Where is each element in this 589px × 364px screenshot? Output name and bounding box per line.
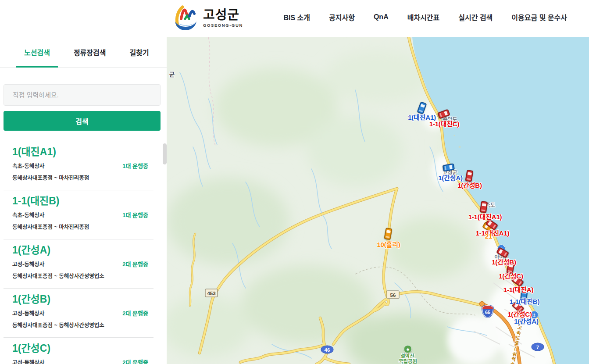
map-place-label: 군 bbox=[169, 70, 175, 78]
bus-route-label: 1-1(대진A1) bbox=[476, 228, 510, 237]
nav-timetable[interactable]: 배차시간표 bbox=[407, 12, 440, 22]
route-name[interactable]: 1(대진A1) bbox=[12, 146, 150, 157]
search-tabs: 노선검색 정류장검색 길찾기 bbox=[0, 37, 167, 68]
route-item-2[interactable]: 1-1(대진B) 1대 운행중 속초-동해상사 동해상사대포종점 ~ 마차진리종… bbox=[4, 190, 153, 239]
route-section: 동해상사대포종점 ~ 마차진리종점 bbox=[12, 222, 150, 231]
route-status-badge: 2대 운행중 bbox=[122, 358, 148, 364]
tab-route-search[interactable]: 노선검색 bbox=[16, 37, 58, 67]
tab-stop-search[interactable]: 정류장검색 bbox=[66, 37, 114, 67]
bus-route-label: 1-1(대진A1) bbox=[468, 212, 502, 221]
map-canvas[interactable]: 군죽암도고성군죽도아야진설악산국립공원동해고속도로(삼척속초♣⚓⚓4535665… bbox=[167, 37, 589, 364]
route-name[interactable]: 1(간성B) bbox=[12, 293, 150, 305]
route-list: 1(대진A1) 1대 운행중 속초-동해상사 동해상사대포종점 ~ 마차진리종점… bbox=[4, 141, 153, 364]
route-item-4[interactable]: 1(간성B) 2대 운행중 고성-동해상사 동해상사대포종점 ~ 동해상사간성영… bbox=[4, 289, 153, 338]
bus-route-label: 21 bbox=[485, 232, 492, 240]
route-status-badge: 1대 운행중 bbox=[122, 161, 148, 170]
logo-text: 고성군 GOSEONG-GUN bbox=[203, 8, 243, 27]
main-nav: BIS 소개 공지사항 QnA 배차시간표 실시간 검색 이용요금 및 운수사 bbox=[283, 0, 567, 34]
park-poi-icon: ♣ bbox=[404, 345, 412, 353]
logo-subtitle: GOSEONG-GUN bbox=[203, 23, 243, 28]
panel-collapse-handle[interactable] bbox=[163, 143, 167, 164]
search-input[interactable] bbox=[4, 84, 161, 106]
road-shield-7: 7 bbox=[532, 343, 544, 351]
nav-bis-intro[interactable]: BIS 소개 bbox=[283, 12, 310, 22]
header: 고성군 GOSEONG-GUN BIS 소개 공지사항 QnA 배차시간표 실시… bbox=[0, 0, 589, 37]
nav-notices[interactable]: 공지사항 bbox=[329, 12, 355, 22]
tab-directions[interactable]: 길찾기 bbox=[122, 37, 157, 67]
nav-realtime-search[interactable]: 실시간 검색 bbox=[458, 12, 493, 22]
search-area: 검색 bbox=[0, 68, 167, 131]
route-name[interactable]: 1(간성C) bbox=[12, 343, 150, 354]
route-item-3[interactable]: 1(간성A) 2대 운행중 고성-동해상사 동해상사대포종점 ~ 동해상사간성영… bbox=[4, 239, 153, 289]
bus-information-system-page: 고성군 GOSEONG-GUN BIS 소개 공지사항 QnA 배차시간표 실시… bbox=[0, 0, 589, 364]
bus-route-label: 1-1(대진B) bbox=[510, 296, 540, 306]
bus-route-label: 1(간성B) bbox=[492, 257, 516, 266]
logo-title: 고성군 bbox=[203, 8, 243, 21]
route-name[interactable]: 1(간성A) bbox=[12, 244, 150, 256]
nav-fares-operators[interactable]: 이용요금 및 운수사 bbox=[511, 12, 567, 22]
bus-route-label: 1-1(대진A) bbox=[503, 285, 534, 294]
goseong-gun-logo[interactable]: 고성군 GOSEONG-GUN bbox=[171, 3, 243, 33]
bus-route-label: 10(흘리) bbox=[377, 239, 400, 249]
nav-qna[interactable]: QnA bbox=[374, 13, 389, 21]
bus-route-label: 1(간성C) bbox=[499, 271, 523, 280]
route-section: 동해상사대포종점 ~ 동해상사간성영업소 bbox=[12, 321, 150, 329]
road-shield-453: 453 bbox=[205, 289, 218, 297]
route-name[interactable]: 1-1(대진B) bbox=[12, 195, 150, 207]
bus-marker-icon[interactable] bbox=[384, 228, 392, 240]
road-shield-65: 65 bbox=[482, 305, 493, 318]
route-status-badge: 2대 운행중 bbox=[122, 309, 148, 317]
map-place-label: 국립공원 bbox=[399, 357, 417, 364]
road-shield-46: 46 bbox=[321, 346, 334, 354]
road-shield-56: 56 bbox=[387, 291, 400, 299]
goseong-gun-logo-icon bbox=[171, 3, 199, 33]
search-button[interactable]: 검색 bbox=[4, 111, 161, 131]
route-status-badge: 1대 운행중 bbox=[122, 211, 148, 219]
route-item-5[interactable]: 1(간성C) 2대 운행중 고성-동해상사 동해상사대포종점 ~ 동해상사간성영… bbox=[4, 338, 153, 364]
marker-layer: 군죽암도고성군죽도아야진설악산국립공원동해고속도로(삼척속초♣⚓⚓4535665… bbox=[167, 37, 589, 364]
sidebar: 노선검색 정류장검색 길찾기 검색 1(대진A1) 1대 운행중 속초-동해상사… bbox=[0, 37, 167, 364]
bus-route-label: 1-1(대진C) bbox=[429, 119, 460, 128]
route-status-badge: 2대 운행중 bbox=[122, 260, 148, 268]
bus-route-label: 1(간성B) bbox=[457, 180, 482, 189]
route-section: 동해상사대포종점 ~ 마차진리종점 bbox=[12, 173, 150, 182]
bus-route-label: 1(간성A) bbox=[514, 316, 539, 325]
route-section: 동해상사대포종점 ~ 동해상사간성영업소 bbox=[12, 271, 150, 280]
route-item-1[interactable]: 1(대진A1) 1대 운행중 속초-동해상사 동해상사대포종점 ~ 마차진리종점 bbox=[4, 141, 153, 190]
